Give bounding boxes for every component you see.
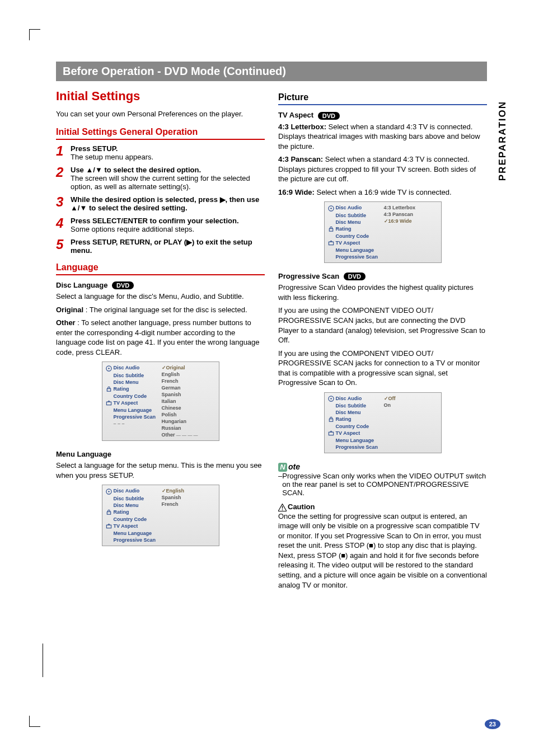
disc-language-intro: Select a language for the disc's Menu, A… — [56, 292, 265, 302]
osd-disc-language: Disc Audio Disc Subtitle Disc Menu Ratin… — [102, 361, 219, 441]
intro-text: You can set your own Personal Preference… — [56, 109, 265, 119]
dvd-badge: DVD — [112, 281, 134, 289]
heading-initial-settings: Initial Settings — [56, 89, 265, 104]
heading-disc-language: Disc Language DVD — [56, 281, 265, 290]
steps-list: 1 Press SETUP. The setup menu appears. 2… — [56, 144, 265, 255]
step-number: 2 — [56, 166, 67, 191]
step-body: The setup menu appears. — [71, 153, 153, 161]
disc-language-original: Original : The original language set for… — [56, 305, 265, 315]
tv-icon — [328, 430, 334, 436]
lock-icon — [328, 226, 334, 232]
disc-icon — [106, 365, 112, 372]
step-body: Some options require additional steps. — [71, 225, 194, 233]
svg-point-13 — [330, 398, 331, 399]
step-number: 4 — [56, 217, 67, 233]
step-heading: Use ▲/▼ to select the desired option. — [71, 166, 201, 174]
note-body: – Progressive Scan only works when the V… — [278, 472, 487, 497]
progressive-body-2: If you are using the COMPONENT VIDEO OUT… — [278, 306, 487, 345]
svg-rect-15 — [329, 432, 333, 435]
heading-progressive-scan: Progressive Scan DVD — [278, 272, 487, 281]
caution-heading: Caution — [278, 503, 487, 511]
step-number: 5 — [56, 238, 67, 255]
progressive-body-1: Progressive Scan Video provides the high… — [278, 283, 487, 302]
osd-tv-aspect: Disc Audio Disc Subtitle Disc Menu Ratin… — [324, 201, 442, 262]
svg-rect-11 — [329, 242, 333, 245]
aspect-43-panscan: 4:3 Panscan: Select when a standard 4:3 … — [278, 154, 487, 184]
svg-rect-10 — [329, 228, 332, 231]
step-heading: Press SETUP, RETURN, or PLAY (▶) to exit… — [71, 238, 252, 255]
progressive-body-3: If you are using the COMPONENT VIDEO OUT… — [278, 349, 487, 388]
crop-mark — [43, 644, 43, 677]
svg-rect-6 — [107, 511, 110, 514]
svg-point-9 — [330, 208, 331, 209]
step-heading: Press SETUP. — [71, 144, 118, 153]
osd-progressive-scan: Disc Audio Disc Subtitle Disc Menu Ratin… — [324, 392, 442, 453]
svg-point-5 — [108, 491, 109, 492]
svg-rect-3 — [106, 402, 111, 405]
left-column: Initial Settings You can set your own Pe… — [56, 89, 265, 593]
heading-general-operation: Initial Settings General Operation — [56, 127, 265, 140]
tv-icon — [328, 240, 334, 246]
step-3: 3 While the desired option is selected, … — [56, 195, 265, 212]
osd-menu-language: Disc Audio Disc Subtitle Disc Menu Ratin… — [102, 485, 219, 546]
step-1: 1 Press SETUP. The setup menu appears. — [56, 144, 265, 161]
note-heading: Note — [278, 462, 487, 472]
svg-rect-2 — [107, 388, 110, 391]
lock-icon — [106, 386, 112, 392]
aspect-43-letterbox: 4:3 Letterbox: Select when a standard 4:… — [278, 122, 487, 152]
crop-mark — [29, 716, 40, 727]
page-number: 23 — [485, 719, 500, 729]
step-number: 1 — [56, 144, 67, 161]
disc-icon — [328, 205, 334, 212]
step-4: 4 Press SELECT/ENTER to confirm your sel… — [56, 217, 265, 233]
heading-language: Language — [56, 262, 265, 275]
svg-point-17 — [282, 509, 283, 510]
heading-menu-language: Menu Language — [56, 450, 265, 458]
tv-icon — [106, 400, 112, 406]
svg-rect-7 — [106, 525, 111, 528]
dvd-badge: DVD — [318, 112, 340, 120]
lock-icon — [328, 416, 334, 422]
menu-language-body: Select a language for the setup menu. Th… — [56, 461, 265, 480]
side-tab: PREPARATION — [497, 101, 508, 181]
step-5: 5 Press SETUP, RETURN, or PLAY (▶) to ex… — [56, 238, 265, 255]
dvd-badge: DVD — [344, 273, 366, 280]
svg-rect-14 — [329, 419, 332, 422]
lock-icon — [106, 509, 112, 515]
step-2: 2 Use ▲/▼ to select the desired option. … — [56, 166, 265, 191]
note-icon: N — [278, 463, 287, 472]
page-content: Before Operation - DVD Mode (Continued) … — [56, 62, 487, 593]
step-number: 3 — [56, 195, 67, 212]
disc-icon — [328, 396, 334, 402]
svg-point-1 — [108, 368, 109, 369]
crop-mark — [29, 29, 40, 40]
tv-icon — [106, 523, 112, 529]
heading-tv-aspect: TV Aspect DVD — [278, 111, 487, 120]
caution-body: Once the setting for progressive scan ou… — [278, 511, 487, 590]
step-body: The screen will show the current setting… — [71, 174, 250, 191]
step-heading: Press SELECT/ENTER to confirm your selec… — [71, 217, 239, 225]
aspect-169-wide: 16:9 Wide: Select when a 16:9 wide TV is… — [278, 187, 487, 198]
heading-picture: Picture — [278, 92, 487, 105]
section-banner: Before Operation - DVD Mode (Continued) — [56, 62, 487, 81]
disc-language-other: Other : To select another language, pres… — [56, 318, 265, 357]
warning-icon — [278, 504, 287, 511]
step-heading: While the desired option is selected, pr… — [71, 195, 259, 212]
right-column: Picture TV Aspect DVD 4:3 Letterbox: Sel… — [278, 89, 487, 593]
disc-icon — [106, 489, 112, 495]
